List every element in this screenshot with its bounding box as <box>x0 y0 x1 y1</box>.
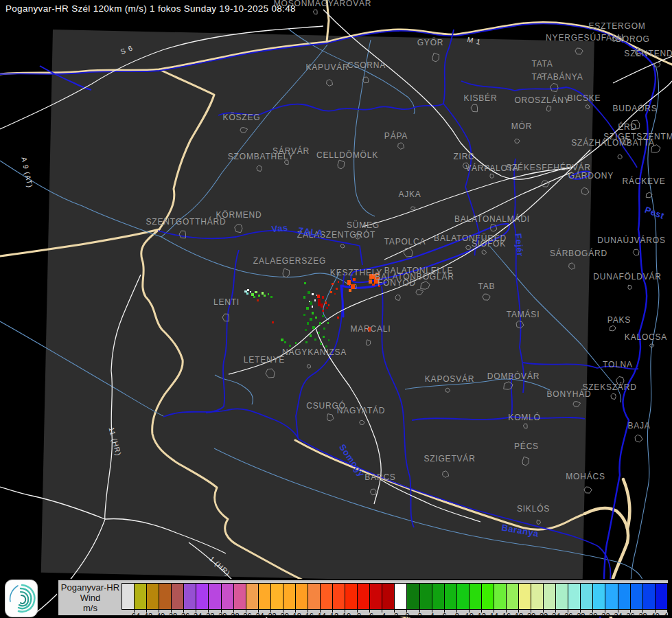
legend-swatch <box>394 583 407 610</box>
legend-stop: 2 <box>407 583 419 615</box>
settlement-outline <box>327 80 333 87</box>
settlement-outline <box>515 139 520 143</box>
city-label: TOLNA <box>603 360 633 369</box>
minor-rivers <box>0 29 659 585</box>
radar-echo-cell <box>330 291 332 293</box>
legend-swatch <box>518 583 531 610</box>
legend-swatch <box>406 583 419 610</box>
legend-stop: -16 <box>296 583 308 615</box>
road-label: M 1 <box>467 35 483 46</box>
legend-stop: -30 <box>209 583 221 615</box>
settlement-outline <box>395 295 401 300</box>
city-label: KALOCSA <box>625 332 667 342</box>
lake-ferto <box>40 66 91 90</box>
settlement-outline <box>411 207 416 210</box>
settlement-outline <box>240 128 248 133</box>
legend-swatch <box>283 583 296 610</box>
settlement-outline <box>266 369 275 378</box>
legend-stop: -20 <box>271 583 283 615</box>
radar-echo-cell <box>253 296 255 298</box>
city-label: KISBÉR <box>464 93 498 103</box>
city-label: KOMLÓ <box>508 412 540 422</box>
legend-colorbar: -64-42-40-38-36-34-32-30-28-26-24-22-20-… <box>122 583 668 615</box>
settlement-outline <box>404 248 413 257</box>
legend-stop: -8 <box>345 583 358 615</box>
legend-swatch <box>221 583 234 610</box>
city-label: SÁRVÁR <box>273 146 310 156</box>
radar-echo-cell <box>338 281 339 283</box>
legend-swatch <box>159 583 172 610</box>
radar-echo-cell <box>312 306 313 308</box>
city-label: SÁRBOGÁRD <box>550 248 607 258</box>
legend-stop: -24 <box>246 583 259 615</box>
city-label: SIÓFOK <box>472 238 506 249</box>
radar-echo-cell <box>327 322 329 324</box>
legend-swatch <box>592 583 605 610</box>
radar-viewer: MOSONMAGYARÓVÁRGYŐRKAPUVÁRCSORNAESZTERGO… <box>0 0 672 618</box>
city-label: DOROG <box>616 34 649 44</box>
city-label: TAPOLCA <box>384 237 426 247</box>
radar-echo-cell <box>303 296 305 299</box>
settlement-outline <box>537 520 541 524</box>
radar-echo-cell <box>255 291 257 293</box>
settlement-outline <box>573 402 581 407</box>
settlement-outline <box>235 225 242 233</box>
legend-swatch <box>456 583 470 610</box>
radar-echo-cell <box>325 301 327 304</box>
settlement-outline <box>551 84 558 92</box>
city-label: TATABÁNYA <box>532 71 583 82</box>
radar-echo-cell <box>349 289 351 292</box>
radar-echo-cell <box>328 339 329 341</box>
settlement-outline <box>522 457 529 466</box>
settlement-outline <box>575 48 583 54</box>
legend-product-name: Wind <box>80 593 101 603</box>
radar-echo-cell <box>314 299 316 301</box>
settlement-outline <box>340 244 345 249</box>
city-label: TAB <box>478 282 496 291</box>
city-label: ÉRD <box>618 122 637 132</box>
settlement-outline <box>584 487 592 493</box>
city-label: NYERGESÚJFALU <box>546 32 624 43</box>
city-label: KŐSZEG <box>223 112 261 122</box>
city-label: GÁRDONY <box>568 170 614 181</box>
radar-echo-layer <box>244 273 380 347</box>
settlement-outline <box>466 245 472 249</box>
radar-echo-cell <box>332 283 334 285</box>
radar-echo-cell <box>353 278 356 281</box>
road-label: 11 (HR) <box>108 426 124 457</box>
settlement-outline <box>581 187 589 195</box>
city-label: PAKS <box>607 315 631 325</box>
legend-unit: m/s <box>83 603 97 613</box>
settlement-outline <box>338 160 345 169</box>
settlement-outline <box>482 250 487 254</box>
settlement-outline <box>483 294 490 300</box>
legend-stop: 20 <box>519 583 531 615</box>
legend-swatch <box>357 583 370 610</box>
radar-echo-cell <box>258 295 260 297</box>
city-label: PÁPA <box>384 130 408 141</box>
radar-echo-cell <box>318 299 321 306</box>
legend-tick-label: 42 <box>664 612 672 618</box>
radar-echo-cell <box>270 296 273 298</box>
legend-swatch <box>444 583 457 610</box>
settlement-outline <box>307 365 311 369</box>
city-label: DOMBÓVÁR <box>487 371 540 381</box>
radar-echo-cell <box>336 288 338 290</box>
road-label: A 9 (AT) <box>20 157 34 189</box>
map-title: Poganyvar-HR Szél 120km (m/s) 1 fokos Su… <box>5 3 296 14</box>
radar-echo-cell <box>323 328 325 330</box>
legend-stop: -36 <box>172 583 184 615</box>
legend-stop: -32 <box>196 583 209 615</box>
radar-echo-cell <box>322 310 324 312</box>
settlement-outline <box>471 104 478 112</box>
radar-echo-cell <box>295 342 297 344</box>
radar-echo-cell <box>322 296 324 299</box>
legend-swatch <box>543 583 556 610</box>
legend-stop: 16 <box>494 583 507 615</box>
city-label: BARCS <box>364 472 395 482</box>
settlement-outline <box>523 424 527 428</box>
radar-echo-cell <box>326 307 328 309</box>
city-label: KAPUVÁR <box>306 62 349 72</box>
county-label: Baranya <box>500 522 540 538</box>
city-label: MOHÁCS <box>566 471 605 481</box>
